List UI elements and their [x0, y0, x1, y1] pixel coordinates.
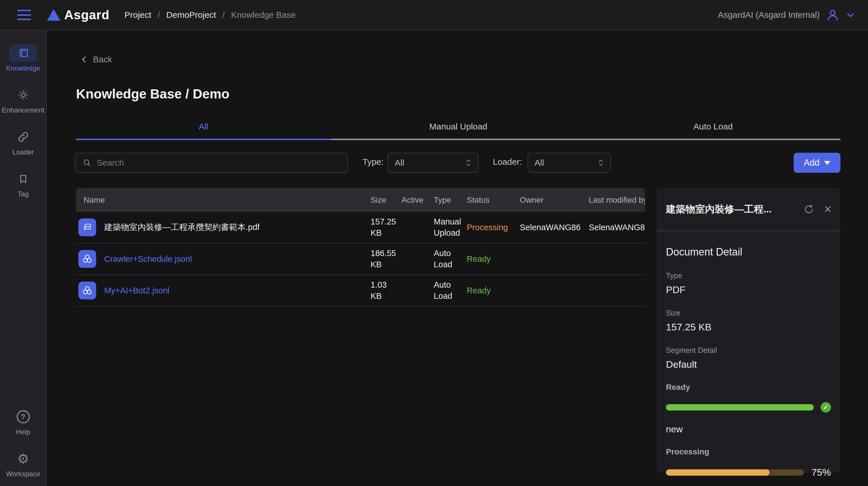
refresh-icon[interactable]	[804, 204, 814, 214]
main-content: Back Knowledge Base / Demo All Manual Up…	[48, 31, 868, 486]
top-header-bar: Asgard Project / DemoProject / Knowledge…	[0, 0, 868, 30]
field-label-segment-detail: Segment Detail	[666, 346, 831, 355]
svg-text:PDF: PDF	[86, 225, 90, 228]
column-header-status: Status	[465, 195, 518, 205]
sidebar-item-tag[interactable]: Tag	[0, 170, 46, 198]
field-value-type: PDF	[666, 284, 831, 295]
document-type: Auto Load	[432, 279, 465, 302]
sidebar-label-knowledge: Knowledge	[6, 64, 40, 72]
question-circle-icon: ?	[9, 408, 37, 426]
breadcrumb-current: Knowledge Base	[231, 10, 296, 20]
close-icon[interactable]: ✕	[824, 204, 832, 214]
breadcrumb-project[interactable]: Project	[125, 10, 151, 20]
document-type: Auto Load	[432, 248, 465, 270]
sidebar-item-knowledge[interactable]: Knowledge	[0, 44, 46, 72]
updown-chevrons-icon	[598, 158, 604, 167]
table-row[interactable]: PDF 建築物室內裝修—工程承攬契約書範本.pdf 157.25 KB Manu…	[76, 212, 645, 243]
column-header-active: Active	[400, 195, 432, 205]
document-name-link[interactable]: Crawler+Schedule.jsonl	[104, 254, 192, 264]
hamburger-menu-icon[interactable]	[17, 10, 31, 20]
detail-section-title: Document Detail	[666, 246, 831, 258]
chevron-down-icon[interactable]	[846, 10, 856, 20]
updown-chevrons-icon	[465, 158, 472, 167]
table-header-row: Name Size Active Type Status Owner Last …	[76, 188, 645, 212]
sidebar-label-tag: Tag	[18, 190, 29, 198]
book-icon	[9, 44, 37, 62]
breadcrumb-demo-project[interactable]: DemoProject	[166, 10, 216, 20]
field-value-size: 157.25 KB	[666, 322, 831, 333]
status-badge: Processing	[465, 223, 518, 232]
search-box	[75, 153, 348, 173]
tab-auto-load[interactable]: Auto Load	[586, 114, 840, 140]
app-logo: Asgard	[47, 8, 110, 22]
detail-panel-title: 建築物室內裝修—工程...	[666, 203, 772, 216]
pdf-file-icon: PDF	[79, 218, 96, 236]
document-last-modified-by: SelenaWANG86	[587, 223, 645, 232]
add-button[interactable]: Add	[794, 153, 840, 173]
document-type: Manual Upload	[432, 216, 465, 239]
ready-progress: ✓	[666, 402, 831, 413]
ready-progress-bar	[666, 404, 814, 411]
type-select[interactable]: All	[388, 153, 478, 173]
document-name-link[interactable]: My+AI+Bot2.jsonl	[104, 286, 169, 295]
back-label: Back	[93, 55, 112, 64]
sidebar-item-enhancement[interactable]: Enhancement	[0, 86, 46, 114]
document-name: 建築物室內裝修—工程承攬契約書範本.pdf	[104, 222, 259, 233]
logo-text: Asgard	[64, 8, 110, 22]
sidebar-item-workspace[interactable]: ⚙ Workspace	[0, 450, 46, 478]
caret-down-icon	[824, 161, 830, 165]
document-size: 1.03 KB	[369, 279, 400, 302]
bookmark-icon	[9, 170, 37, 188]
processing-percent: 75%	[811, 467, 831, 478]
gear-icon: ⚙	[9, 450, 37, 467]
account-menu[interactable]: AsgardAI (Asgard Internal)	[718, 8, 856, 22]
sun-icon	[9, 86, 37, 104]
column-header-size: Size	[369, 195, 400, 205]
triangle-logo-icon	[47, 9, 60, 21]
json-file-icon	[79, 282, 96, 299]
ready-progress-label: Ready	[666, 383, 831, 392]
document-owner: SelenaWANG86	[518, 223, 587, 232]
search-icon	[82, 158, 92, 168]
sidebar-label-enhancement: Enhancement	[2, 106, 44, 114]
sidebar-item-help[interactable]: ? Help	[0, 408, 46, 436]
processing-progress: 75%	[666, 467, 831, 478]
detail-panel-header: 建築物室內裝修—工程... ✕	[656, 188, 840, 231]
loader-select[interactable]: All	[528, 153, 611, 173]
search-input[interactable]	[97, 158, 340, 168]
table-row[interactable]: Crawler+Schedule.jsonl 186.55 KB Auto Lo…	[76, 243, 645, 275]
breadcrumb-separator: /	[158, 10, 160, 20]
account-name: AsgardAI (Asgard Internal)	[718, 10, 820, 20]
tab-all[interactable]: All	[76, 114, 331, 140]
column-header-name: Name	[76, 195, 369, 205]
sidebar-label-help: Help	[16, 428, 30, 436]
link-icon	[9, 128, 37, 146]
table-row[interactable]: My+AI+Bot2.jsonl 1.03 KB Auto Load Ready	[76, 275, 645, 307]
breadcrumb-separator: /	[222, 10, 225, 20]
type-select-value: All	[395, 158, 404, 168]
sidebar-item-loader[interactable]: Loader	[0, 128, 46, 156]
breadcrumb: Project / DemoProject / Knowledge Base	[125, 10, 296, 20]
tab-manual-upload[interactable]: Manual Upload	[331, 114, 586, 140]
type-filter-label: Type:	[363, 157, 383, 167]
tab-bar: All Manual Upload Auto Load	[76, 114, 840, 140]
documents-table: Name Size Active Type Status Owner Last …	[76, 188, 645, 307]
processing-progress-bar	[666, 469, 804, 476]
column-header-owner: Owner	[518, 195, 587, 205]
user-icon[interactable]	[826, 8, 839, 22]
status-badge: Ready	[465, 286, 518, 295]
loader-select-value: All	[534, 158, 544, 168]
sidebar-label-loader: Loader	[12, 148, 34, 156]
field-value-segment-detail: Default	[666, 359, 831, 370]
document-size: 157.25 KB	[369, 216, 400, 239]
sidebar-nav: Knowledge Enhancement Loader	[0, 30, 47, 486]
filter-row: Type: All Loader: All Add	[75, 153, 840, 173]
field-label-size: Size	[666, 309, 831, 317]
column-header-type: Type	[432, 195, 465, 205]
document-detail-panel: 建築物室內裝修—工程... ✕ Document Detail Type PDF…	[656, 188, 840, 473]
page-title: Knowledge Base / Demo	[76, 86, 229, 102]
check-circle-icon: ✓	[820, 402, 831, 413]
back-button[interactable]: Back	[80, 55, 112, 64]
sidebar-label-workspace: Workspace	[6, 470, 40, 478]
loader-filter-label: Loader:	[493, 157, 522, 167]
